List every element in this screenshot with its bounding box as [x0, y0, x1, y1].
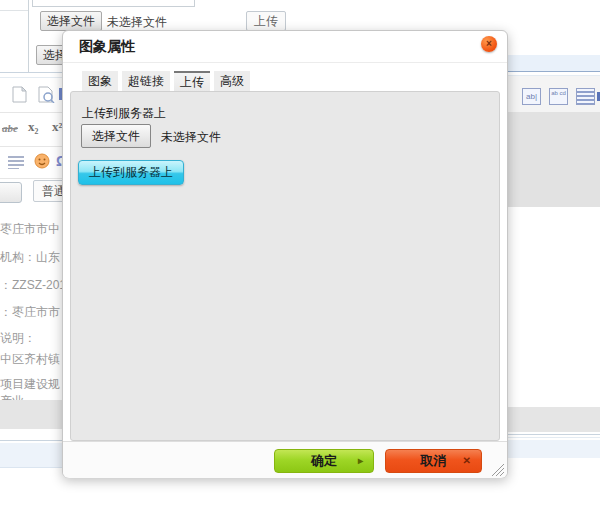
form-label: 机构：山东: [0, 249, 60, 266]
form-label: ：ZZSZ-201: [0, 277, 66, 294]
preview-icon[interactable]: [38, 86, 55, 103]
background-panel: [500, 112, 600, 207]
dialog-title: 图象属性: [79, 38, 135, 56]
background-text-input[interactable]: [32, 0, 195, 7]
dialog-footer: 确定 ▸ 取消 ✕: [63, 441, 507, 478]
ok-button[interactable]: 确定 ▸: [274, 449, 374, 473]
new-page-icon[interactable]: [12, 86, 27, 103]
strikethrough-icon[interactable]: abe: [2, 122, 18, 134]
title-separator: [63, 62, 507, 63]
choose-file-button[interactable]: 选择文件: [81, 124, 151, 148]
form-label: 中区齐村镇: [0, 351, 60, 368]
tab-upload[interactable]: 上传: [174, 71, 210, 91]
background-panel: [500, 55, 600, 72]
image-properties-dialog: 图象属性 × 图象 超链接 上传 高级 上传到服务器上 选择文件 未选择文件 上…: [62, 30, 508, 478]
background-panel: [0, 400, 70, 429]
upload-section-label: 上传到服务器上: [82, 105, 166, 122]
subscript-icon[interactable]: x₂: [28, 119, 38, 135]
background-panel: [500, 440, 600, 458]
editor-top-border: [0, 72, 70, 73]
smiley-icon[interactable]: [34, 153, 50, 169]
toolbar-separator: [0, 146, 70, 147]
toolbar-separator: [0, 178, 70, 179]
textarea-icon[interactable]: ab cd: [549, 88, 568, 105]
upload-tab-panel: 上传到服务器上 选择文件 未选择文件 上传到服务器上: [70, 91, 500, 441]
file-status-text: 未选择文件: [107, 14, 167, 31]
background-border: [500, 437, 600, 438]
background-border: [0, 440, 70, 441]
form-label: ：枣庄市市: [0, 304, 60, 321]
tab-advanced[interactable]: 高级: [214, 71, 250, 91]
toolbar-separator: [0, 112, 70, 113]
superscript-icon[interactable]: x²: [52, 119, 62, 135]
page: 选择文件 未选择文件 上传 选择文件 abe x₂ x² Ω 普通 枣庄市市中 …: [0, 0, 600, 530]
toolbar-button-partial[interactable]: [0, 182, 22, 203]
cancel-button-label: 取消: [421, 453, 447, 468]
background-panel: [0, 443, 70, 468]
background-panel: [500, 407, 600, 432]
form-label: 枣庄市市中: [0, 221, 60, 238]
tab-image[interactable]: 图象: [82, 71, 118, 91]
resize-handle-icon[interactable]: [490, 462, 504, 476]
arrow-right-icon: ▸: [358, 450, 363, 472]
form-label: 项目建设规: [0, 376, 60, 393]
table-cell-border: [28, 0, 29, 72]
justify-icon[interactable]: [8, 155, 24, 169]
editor-top-border-inner: [0, 77, 70, 78]
table-row-border: [0, 10, 28, 11]
background-border: [500, 434, 600, 435]
upload-to-server-button[interactable]: 上传到服务器上: [78, 160, 184, 185]
textfield-icon[interactable]: ab|: [522, 88, 541, 105]
cancel-x-icon: ✕: [463, 450, 471, 472]
tab-hyperlink[interactable]: 超链接: [122, 71, 170, 91]
dialog-tabs: 图象 超链接 上传 高级: [82, 71, 254, 91]
close-icon[interactable]: ×: [481, 36, 497, 52]
selectbox-icon[interactable]: [576, 88, 595, 105]
file-status-text: 未选择文件: [161, 129, 221, 146]
choose-file-button[interactable]: 选择文件: [40, 11, 102, 31]
form-label: 说明：: [0, 330, 36, 347]
upload-button[interactable]: 上传: [246, 11, 286, 31]
cancel-button[interactable]: 取消 ✕: [385, 449, 482, 473]
ok-button-label: 确定: [311, 453, 337, 468]
